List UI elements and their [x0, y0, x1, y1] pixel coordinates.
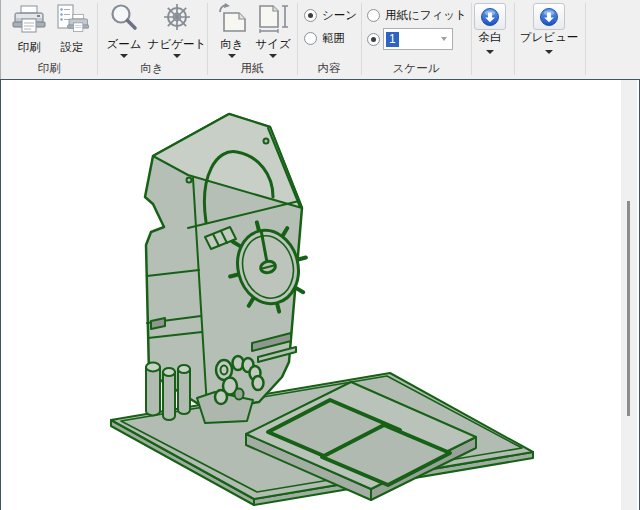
navigate-button[interactable]: ナビゲート: [148, 3, 206, 58]
margin-button-label: 余白: [479, 31, 502, 44]
zoom-button[interactable]: ズーム: [101, 3, 147, 58]
view-group-label: 向き: [97, 61, 207, 76]
print-settings-button-label: 設定: [61, 41, 84, 54]
combobox-arrow-icon[interactable]: [441, 37, 447, 41]
page-rotate-icon: [215, 3, 249, 37]
print-button[interactable]: 印刷: [7, 4, 51, 54]
toolbar: 印刷 設定: [0, 0, 640, 79]
paper-group-label: 用紙: [207, 61, 297, 76]
paper-orientation-button-label: 向き: [220, 38, 243, 51]
preview-button[interactable]: プレビュー: [517, 3, 581, 54]
content-group-label: 内容: [297, 61, 361, 76]
paper-orientation-button[interactable]: 向き: [212, 3, 252, 58]
fit-to-paper-radio-circle[interactable]: [367, 9, 380, 22]
custom-scale-radio-circle[interactable]: [367, 33, 380, 46]
scene-radio-label: シーン: [322, 8, 357, 23]
dropdown-arrow-icon: [545, 50, 553, 54]
scene-radio-circle[interactable]: [304, 9, 317, 22]
navigate-button-label: ナビゲート: [148, 38, 207, 51]
custom-scale-radio[interactable]: [367, 33, 380, 46]
group-separator: [585, 3, 586, 75]
scene-radio[interactable]: シーン: [304, 8, 357, 23]
dropdown-arrow-icon: [173, 54, 181, 58]
blue-down-arrow-icon: [533, 3, 565, 30]
model-drawing: [1, 80, 638, 509]
fit-to-paper-radio-label: 用紙にフィット: [385, 8, 467, 23]
scrollbar-thumb[interactable]: [627, 201, 630, 416]
dropdown-arrow-icon: [269, 54, 277, 58]
fit-to-paper-radio[interactable]: 用紙にフィット: [367, 8, 467, 23]
preview-button-label: プレビュー: [520, 31, 579, 44]
range-radio-circle[interactable]: [304, 32, 317, 45]
group-separator: [514, 3, 515, 75]
dropdown-arrow-icon: [228, 54, 236, 58]
dropdown-arrow-icon: [486, 50, 494, 54]
printer-settings-icon: [55, 4, 89, 40]
scale-value: 1: [386, 32, 399, 47]
preview-viewport[interactable]: [0, 79, 640, 510]
magnifier-icon: [108, 3, 140, 37]
print-preview-window: 印刷 設定: [0, 0, 640, 510]
scale-combobox[interactable]: 1: [383, 28, 453, 50]
helm-wheel-icon: [161, 3, 193, 37]
dropdown-arrow-icon: [120, 54, 128, 58]
range-radio[interactable]: 範囲: [304, 31, 345, 46]
print-settings-button[interactable]: 設定: [51, 4, 93, 54]
printer-icon: [12, 4, 46, 40]
page-measure-icon: [256, 3, 290, 37]
print-button-label: 印刷: [18, 41, 41, 54]
scale-group-label: スケール: [361, 61, 471, 76]
margin-button[interactable]: 余白: [466, 3, 514, 54]
print-group-label: 印刷: [1, 61, 97, 76]
zoom-button-label: ズーム: [106, 38, 141, 51]
blue-down-arrow-icon: [474, 3, 506, 30]
paper-size-button-label: サイズ: [255, 38, 290, 51]
scrollbar[interactable]: [621, 80, 637, 510]
paper-size-button[interactable]: サイズ: [252, 3, 294, 58]
range-radio-label: 範囲: [322, 31, 345, 46]
